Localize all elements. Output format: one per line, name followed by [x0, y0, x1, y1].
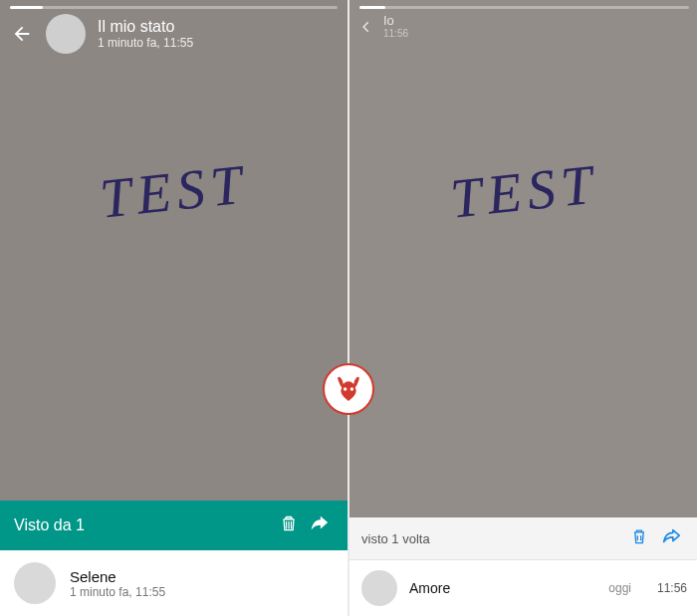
avatar[interactable] [46, 14, 86, 54]
viewer-time: 1 minuto fa, 11:55 [70, 585, 165, 599]
status-content-text: TEST [0, 141, 348, 241]
avatar [361, 570, 397, 606]
chevron-left-icon[interactable] [359, 15, 373, 39]
back-arrow-icon[interactable] [10, 22, 34, 46]
status-subtitle: 1 minuto fa, 11:55 [98, 36, 193, 50]
forward-icon[interactable] [304, 513, 334, 538]
status-header: Il mio stato 1 minuto fa, 11:55 [0, 14, 348, 54]
list-item[interactable]: Amore oggi 11:56 [349, 560, 697, 616]
watermark-logo-icon [323, 363, 374, 415]
viewers-sheet: visto 1 volta Amore oggi 11:56 [349, 517, 697, 616]
viewers-sheet: Visto da 1 Selene 1 minuto fa, 11:55 [0, 501, 348, 616]
viewers-count-label: visto 1 volta [361, 531, 623, 546]
progress-fill [359, 6, 385, 9]
status-content-text: TEST [349, 141, 697, 241]
status-title: Il mio stato [98, 18, 193, 36]
forward-icon[interactable] [655, 525, 687, 551]
status-header: Io 11:56 [349, 14, 697, 39]
delete-icon[interactable] [274, 513, 304, 537]
progress-fill [10, 6, 43, 9]
status-view-ios: Io 11:56 TEST visto 1 volta Amore oggi 1… [349, 0, 697, 616]
svg-point-0 [344, 387, 347, 390]
progress-bar [359, 6, 689, 9]
delete-icon[interactable] [623, 526, 655, 550]
viewer-time: 11:56 [657, 581, 687, 595]
svg-point-1 [350, 387, 353, 390]
status-view-android: Il mio stato 1 minuto fa, 11:55 TEST Vis… [0, 0, 348, 616]
viewers-bar: Visto da 1 [0, 501, 348, 550]
progress-bar [10, 6, 338, 9]
list-item[interactable]: Selene 1 minuto fa, 11:55 [0, 550, 348, 616]
viewer-day: oggi [608, 581, 631, 595]
viewer-name: Amore [409, 580, 596, 596]
viewers-count-label: Visto da 1 [14, 516, 274, 534]
avatar [14, 562, 56, 604]
status-subtitle: 11:56 [383, 28, 408, 39]
status-title: Io [383, 14, 408, 28]
viewers-bar: visto 1 volta [349, 517, 697, 560]
viewer-name: Selene [70, 568, 165, 585]
